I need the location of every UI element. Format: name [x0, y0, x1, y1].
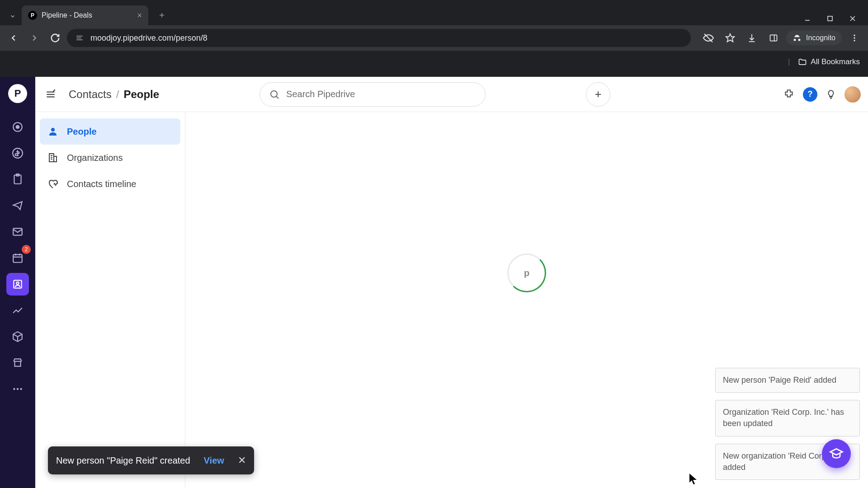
- url-bar[interactable]: moodjoy.pipedrive.com/person/8: [67, 29, 691, 47]
- incognito-eye-icon[interactable]: [699, 29, 717, 47]
- sidebar-item-label: People: [67, 127, 97, 137]
- sidepanel-icon[interactable]: [764, 29, 783, 47]
- app-main: People Organizations Contacts timeline p: [35, 112, 868, 488]
- sidebar-item-organizations[interactable]: Organizations: [40, 145, 180, 171]
- app-root: P 2 Contacts / People: [0, 77, 868, 488]
- extensions-icon[interactable]: [783, 89, 795, 100]
- svg-point-34: [271, 91, 277, 97]
- breadcrumb-root[interactable]: Contacts: [69, 88, 112, 101]
- svg-point-12: [854, 35, 855, 36]
- notification-text: New organization 'Reid Corp.' added: [723, 451, 830, 472]
- collapse-sidebar-button[interactable]: [42, 86, 59, 103]
- svg-point-36: [51, 128, 55, 131]
- maximize-button[interactable]: [821, 12, 839, 25]
- rail-item-campaigns[interactable]: [6, 194, 29, 217]
- svg-point-28: [13, 388, 15, 390]
- notification-text: New person 'Paige Reid' added: [723, 375, 836, 385]
- academy-fab[interactable]: [822, 439, 851, 468]
- browser-chrome: P Pipeline - Deals × + moodjoy.pipedrive…: [0, 0, 868, 77]
- kebab-menu-icon[interactable]: [845, 29, 863, 47]
- notification-item[interactable]: New person 'Paige Reid' added: [715, 368, 860, 393]
- snackbar-close-icon[interactable]: ✕: [238, 455, 246, 466]
- site-info-icon[interactable]: [75, 33, 84, 42]
- browser-tab[interactable]: P Pipeline - Deals ×: [22, 5, 148, 25]
- sidebar-item-people[interactable]: People: [40, 118, 180, 145]
- notification-item[interactable]: Organization 'Reid Corp. Inc.' has been …: [715, 400, 860, 436]
- svg-point-30: [20, 388, 22, 390]
- svg-point-29: [17, 388, 19, 390]
- forward-button[interactable]: [25, 29, 43, 47]
- rail-item-activities[interactable]: 2: [6, 247, 29, 269]
- bookmark-star-icon[interactable]: [721, 29, 739, 47]
- rail-item-contacts[interactable]: [6, 273, 29, 296]
- heart-timeline-icon: [47, 178, 59, 189]
- app-header: Contacts / People Search Pipedrive + ?: [35, 77, 868, 112]
- snackbar-view-link[interactable]: View: [204, 455, 224, 466]
- incognito-chip[interactable]: Incognito: [786, 31, 842, 45]
- sidebar-item-label: Contacts timeline: [67, 179, 136, 189]
- svg-rect-10: [770, 35, 777, 41]
- breadcrumb: Contacts / People: [69, 88, 159, 101]
- new-tab-button[interactable]: +: [154, 7, 170, 23]
- back-button[interactable]: [5, 29, 23, 47]
- sidebar-item-label: Organizations: [67, 153, 123, 163]
- search-input[interactable]: Search Pipedrive: [259, 82, 486, 107]
- rail-badge: 2: [22, 245, 31, 254]
- svg-point-14: [854, 40, 855, 41]
- close-tab-icon[interactable]: ×: [137, 11, 142, 20]
- rail-item-more[interactable]: [6, 378, 29, 400]
- reload-button[interactable]: [46, 29, 64, 47]
- window-controls: [798, 8, 868, 25]
- tab-strip: P Pipeline - Deals × +: [0, 0, 868, 25]
- downloads-icon[interactable]: [743, 29, 761, 47]
- mouse-cursor: [689, 474, 698, 485]
- person-icon: [47, 126, 59, 137]
- all-bookmarks-link[interactable]: All Bookmarks: [811, 57, 860, 66]
- search-icon: [269, 89, 280, 100]
- breadcrumb-current: People: [123, 88, 159, 101]
- rail-item-insights[interactable]: [6, 299, 29, 322]
- svg-rect-1: [828, 16, 832, 21]
- svg-point-26: [16, 282, 19, 284]
- svg-point-13: [854, 37, 855, 38]
- breadcrumb-separator: /: [116, 88, 119, 101]
- rail-item-deals[interactable]: [6, 142, 29, 164]
- folder-icon: [798, 57, 807, 66]
- help-badge[interactable]: ?: [803, 87, 817, 102]
- incognito-label: Incognito: [806, 34, 835, 42]
- svg-rect-38: [54, 156, 57, 162]
- nav-rail: P 2: [0, 77, 35, 488]
- rail-item-products[interactable]: [6, 325, 29, 348]
- tab-search-dropdown[interactable]: [4, 7, 22, 25]
- rail-item-marketplace[interactable]: [6, 352, 29, 374]
- notification-text: Organization 'Reid Corp. Inc.' has been …: [723, 408, 844, 428]
- app-logo[interactable]: P: [8, 84, 27, 103]
- add-button[interactable]: +: [586, 82, 610, 107]
- svg-point-16: [16, 126, 19, 129]
- snackbar: New person "Paige Reid" created View ✕: [48, 446, 254, 474]
- contacts-sidebar: People Organizations Contacts timeline: [35, 112, 185, 488]
- bookmarks-bar: | All Bookmarks: [0, 51, 868, 72]
- building-icon: [47, 152, 59, 163]
- rail-item-mail[interactable]: [6, 221, 29, 243]
- close-window-button[interactable]: [844, 12, 862, 25]
- lightbulb-icon[interactable]: [826, 89, 836, 100]
- search-placeholder: Search Pipedrive: [286, 89, 355, 99]
- sidebar-item-timeline[interactable]: Contacts timeline: [40, 171, 180, 197]
- svg-rect-21: [13, 254, 22, 262]
- minimize-button[interactable]: [798, 12, 816, 25]
- svg-line-35: [276, 96, 278, 99]
- browser-toolbar: moodjoy.pipedrive.com/person/8 Incognito: [0, 25, 868, 51]
- app-body: Contacts / People Search Pipedrive + ?: [35, 77, 868, 488]
- tab-title: Pipeline - Deals: [42, 11, 92, 19]
- svg-marker-8: [726, 34, 734, 42]
- url-text: moodjoy.pipedrive.com/person/8: [90, 33, 208, 43]
- spinner-logo: p: [524, 268, 529, 278]
- tab-favicon: P: [28, 11, 37, 20]
- rail-item-projects[interactable]: [6, 168, 29, 191]
- user-avatar[interactable]: [844, 86, 861, 103]
- rail-item-focus[interactable]: [6, 116, 29, 138]
- snackbar-message: New person "Paige Reid" created: [56, 455, 190, 466]
- loading-spinner: p: [507, 253, 546, 292]
